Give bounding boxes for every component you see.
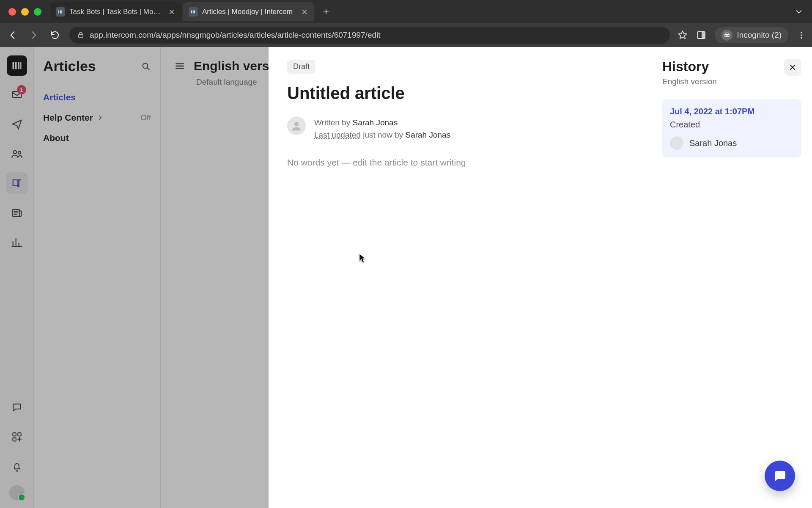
lock-icon (77, 31, 85, 39)
viewport: 1 (0, 47, 812, 508)
address-bar: app.intercom.com/a/apps/nnsgmgob/article… (0, 23, 812, 47)
tab-close-button[interactable] (301, 8, 308, 15)
panel-toggle-button[interactable] (696, 30, 706, 40)
article-editor: Draft Untitled article Written by Sarah … (269, 47, 651, 508)
history-entry-user: Sarah Jonas (670, 136, 793, 150)
window-zoom-button[interactable] (34, 8, 41, 16)
svg-rect-4 (193, 10, 194, 13)
close-button[interactable] (784, 59, 801, 76)
author-name: Sarah Jonas (352, 118, 398, 127)
svg-point-25 (294, 122, 299, 126)
tab-task-bots[interactable]: Task Bots | Task Bots | Moodjo (50, 2, 181, 21)
address-bar-actions: Incognito (2) (678, 27, 806, 43)
kebab-menu-button[interactable] (797, 30, 806, 40)
browser-window: Task Bots | Task Bots | Moodjo Articles … (0, 0, 812, 508)
svg-point-11 (801, 32, 802, 33)
back-button[interactable] (6, 28, 19, 42)
incognito-icon (721, 30, 732, 41)
reload-button[interactable] (48, 28, 62, 42)
incognito-indicator[interactable]: Incognito (2) (715, 27, 788, 43)
history-entry-date: Jul 4, 2022 at 1:07PM (670, 107, 793, 116)
article-empty-state[interactable]: No words yet — edit the article to start… (287, 157, 632, 168)
svg-point-12 (801, 34, 802, 36)
tab-favicon-icon (189, 7, 198, 17)
history-entry-kind: Created (670, 120, 793, 130)
svg-rect-1 (60, 10, 61, 13)
article-and-history-layer: Draft Untitled article Written by Sarah … (269, 47, 812, 508)
last-updated-name: Sarah Jonas (405, 130, 450, 139)
bookmark-button[interactable] (678, 30, 688, 40)
svg-point-10 (727, 35, 730, 37)
svg-rect-2 (61, 10, 62, 13)
tab-articles[interactable]: Articles | Moodjoy | Intercom (183, 2, 314, 21)
last-updated-rest: just now by (361, 130, 406, 139)
mouse-cursor-icon (359, 253, 366, 264)
history-user-name: Sarah Jonas (689, 138, 737, 148)
forward-button[interactable] (27, 28, 41, 42)
svg-rect-8 (702, 32, 705, 39)
url-field[interactable]: app.intercom.com/a/apps/nnsgmgob/article… (69, 27, 670, 44)
tab-title: Articles | Moodjoy | Intercom (202, 8, 297, 16)
last-updated-link[interactable]: Last updated (314, 130, 361, 139)
url-text: app.intercom.com/a/apps/nnsgmgob/article… (90, 30, 381, 40)
tab-close-button[interactable] (168, 8, 175, 15)
article-title[interactable]: Untitled article (287, 84, 632, 103)
svg-point-13 (801, 37, 802, 39)
tabs: Task Bots | Task Bots | Moodjo Articles … (50, 0, 332, 23)
svg-rect-3 (191, 10, 192, 13)
svg-rect-0 (58, 10, 59, 13)
history-subtitle: English version (662, 77, 717, 86)
incognito-label: Incognito (2) (737, 30, 782, 40)
tab-favicon-icon (56, 7, 65, 17)
byline-text: Written by Sarah Jonas Last updated just… (314, 116, 450, 141)
author-avatar (287, 116, 306, 135)
history-user-avatar (670, 136, 683, 150)
window-dropdown-button[interactable] (794, 7, 808, 17)
svg-rect-5 (194, 10, 195, 13)
new-tab-button[interactable]: + (320, 6, 332, 18)
tab-title: Task Bots | Task Bots | Moodjo (69, 8, 164, 16)
article-byline: Written by Sarah Jonas Last updated just… (287, 116, 632, 141)
history-panel: History English version Jul 4, 2022 at 1… (651, 47, 812, 508)
history-title: History (662, 59, 717, 75)
svg-point-9 (725, 35, 727, 37)
window-close-button[interactable] (8, 8, 16, 16)
tab-strip: Task Bots | Task Bots | Moodjo Articles … (0, 0, 812, 23)
svg-rect-6 (79, 35, 83, 38)
written-by-prefix: Written by (314, 118, 352, 127)
history-entry[interactable]: Jul 4, 2022 at 1:07PM Created Sarah Jona… (662, 99, 801, 157)
window-minimize-button[interactable] (21, 8, 29, 16)
status-badge: Draft (287, 60, 315, 74)
window-controls (4, 8, 50, 16)
messenger-launcher[interactable] (765, 461, 795, 491)
